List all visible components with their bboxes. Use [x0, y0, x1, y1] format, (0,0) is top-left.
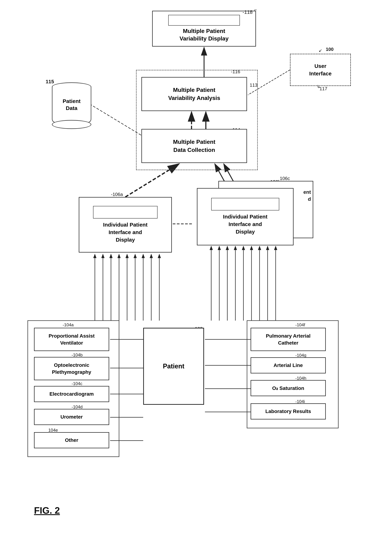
node-104a: Proportional Assist Ventilator: [34, 328, 109, 351]
ref-104a: -104a: [63, 322, 73, 328]
node-114: Multiple Patient Data Collection: [141, 129, 247, 163]
node-106b: Individual Patient Interface and Display: [197, 188, 294, 245]
node-102: Patient: [143, 328, 204, 405]
bracket-117: ↳: [317, 84, 320, 89]
node-104g: Arterial Line: [251, 357, 326, 373]
label-106a: Individual Patient Interface and Display: [103, 221, 147, 244]
ref-104c: -104c: [72, 381, 82, 386]
label-104i: Laboratory Results: [265, 409, 311, 414]
label-104d: Urometer: [61, 414, 83, 420]
label-104f: Pulmonary Arterial Catheter: [266, 332, 310, 346]
node-104d: Urometer: [34, 409, 109, 425]
cylinder-bottom: [52, 120, 91, 129]
ref-106c: 106c: [280, 176, 290, 181]
node-104e: Other: [34, 432, 109, 448]
arrow-118-tick: ⌐: [254, 7, 257, 13]
node-118: Multiple Patient Variability Display: [152, 11, 256, 47]
screen-118: [168, 15, 240, 26]
ref-100: 100: [326, 47, 334, 52]
node-116: Multiple Patient Variability Analysis: [141, 77, 247, 111]
label-104e: Other: [65, 437, 78, 443]
ref-106a: -106a: [111, 192, 123, 197]
node-106a: Individual Patient Interface and Display: [79, 197, 172, 253]
ref-104b: -104b: [72, 352, 82, 358]
ref-104f: -104f: [295, 322, 305, 328]
ref-104e: 104e: [48, 428, 58, 433]
ref-104d: -104d: [72, 404, 82, 410]
label-104b: Optoelectronic Plethymography: [52, 362, 91, 376]
ref-116: -116: [231, 69, 240, 74]
label-114: Multiple Patient Data Collection: [173, 138, 215, 154]
label-116: Multiple Patient Variability Analysis: [168, 86, 220, 102]
screen-106b: [211, 198, 279, 210]
screen-106a: [93, 206, 158, 219]
label-115: Patient Data: [54, 98, 89, 112]
ref-113: 113: [250, 82, 257, 88]
label-106b: Individual Patient Interface and Display: [223, 213, 267, 236]
arrow-100: ↙: [319, 48, 322, 53]
label-102: Patient: [163, 362, 184, 370]
ref-117: 117: [320, 86, 327, 91]
label-104h: O₂ Saturation: [272, 385, 304, 391]
label-118: Multiple Patient Variability Display: [180, 27, 229, 42]
diagram: Multiple Patient Variability Display -11…: [0, 0, 392, 557]
fig-label: FIG. 2: [34, 505, 60, 516]
node-104i: Laboratory Results: [251, 403, 326, 419]
node-104h: O₂ Saturation: [251, 380, 326, 396]
ref-118: -118: [242, 9, 253, 15]
ref-115: 115: [46, 79, 54, 84]
node-100: User Interface: [290, 54, 351, 86]
label-104a: Proportional Assist Ventilator: [48, 332, 95, 346]
label-104c: Electrocardiogram: [49, 391, 94, 397]
label-104g: Arterial Line: [273, 362, 303, 368]
label-100: User Interface: [309, 62, 331, 77]
ref-104g: -104g: [295, 353, 306, 358]
node-104c: Electrocardiogram: [34, 386, 109, 402]
node-104b: Optoelectronic Plethymography: [34, 357, 109, 380]
node-104f: Pulmonary Arterial Catheter: [251, 328, 326, 351]
